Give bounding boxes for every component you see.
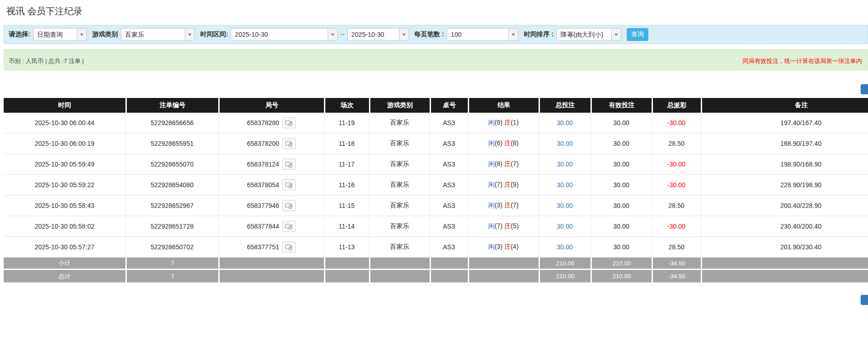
cell-round-id: 658377946 <box>218 195 324 216</box>
game-type-value: 百家乐 <box>121 29 185 40</box>
result-player-score: (8) <box>494 160 502 167</box>
table-row: 2025-10-30 05:59:22522928654080658378054… <box>4 175 868 195</box>
cell-session: 11-16 <box>324 175 369 195</box>
result-player: 闲 <box>488 222 494 230</box>
total-row: 总计7210.00210.00-34.50 <box>4 270 868 282</box>
result-player-score: (7) <box>494 181 502 188</box>
video-replay-button[interactable] <box>282 117 296 128</box>
total-bet-link[interactable]: 30.00 <box>556 202 573 209</box>
round-number: 658377844 <box>247 223 279 230</box>
cell-result: 闲(7) 庄(9) <box>468 175 539 195</box>
game-type-select[interactable]: 百家乐 <box>121 28 195 41</box>
total-bet-link[interactable]: 30.00 <box>556 119 573 126</box>
cell-time: 2025-10-30 06:00:19 <box>4 133 125 154</box>
cell-time: 2025-10-30 06:00:44 <box>4 113 125 133</box>
cell-table-id: AS3 <box>430 216 468 237</box>
total-cell-table-id <box>430 270 468 282</box>
video-camera-icon <box>285 182 293 189</box>
round-number: 658378280 <box>247 119 279 126</box>
cell-session: 11-15 <box>324 195 369 216</box>
search-button[interactable]: 查询 <box>627 28 648 41</box>
page-size-value: 100 <box>447 29 508 40</box>
page-size-select[interactable]: 100 <box>447 28 518 41</box>
video-replay-button[interactable] <box>282 200 296 211</box>
cell-total-bet: 30.00 <box>539 133 590 154</box>
cell-total-bet: 30.00 <box>539 216 590 237</box>
result-banker-score: (7) <box>511 201 518 209</box>
cell-table-id: AS3 <box>430 154 468 175</box>
currency-summary-text: 币别 : 人民币 | 总共 :7 注单 | <box>9 57 84 65</box>
video-replay-button[interactable] <box>282 221 296 232</box>
date-from-value: 2025-10-30 <box>231 29 328 40</box>
result-banker: 庄 <box>504 201 511 209</box>
header-row: 时间注单编号局号场次游戏类别桌号结果总投注有效投注总派彩备注 <box>4 98 868 113</box>
result-player-score: (9) <box>494 119 502 126</box>
sort-order-select[interactable]: 降幂(由大到小) <box>556 28 621 41</box>
result-player: 闲 <box>488 119 494 126</box>
cell-valid-bet: 30.00 <box>590 237 652 258</box>
total-bet-link[interactable]: 30.00 <box>556 181 573 189</box>
cell-payout: -30.00 <box>652 216 701 237</box>
filter-bar: 请选择: 日期查询 游戏类别 百家乐 时间区间: 2025-10-30 ~ 20… <box>4 25 868 44</box>
cell-payout: -30.00 <box>652 175 701 195</box>
subtotal-cell-label: 小计 <box>4 258 125 270</box>
subtotal-cell-round-id <box>218 258 324 270</box>
result-player: 闲 <box>488 201 494 209</box>
table-wrap: 时间注单编号局号场次游戏类别桌号结果总投注有效投注总派彩备注 2025-10-3… <box>4 98 868 282</box>
subtotal-cell-total-bet: 210.00 <box>539 258 590 270</box>
video-replay-button[interactable] <box>282 241 296 253</box>
cell-remark: 228.90/198.90 <box>701 175 868 195</box>
cell-round-id: 658378054 <box>218 175 324 195</box>
cell-total-bet: 30.00 <box>539 154 590 175</box>
filter-label-game-type: 游戏类别 <box>92 30 118 39</box>
video-replay-button[interactable] <box>282 138 296 149</box>
cell-total-bet: 30.00 <box>539 195 590 216</box>
result-banker: 庄 <box>504 160 511 167</box>
result-player-score: (3) <box>494 243 502 250</box>
cell-valid-bet: 30.00 <box>590 175 652 195</box>
date-to-input[interactable]: 2025-10-30 <box>347 28 409 41</box>
subtotal-cell-session <box>324 258 369 270</box>
result-banker-score: (1) <box>511 119 518 126</box>
chevron-down-icon <box>77 29 86 40</box>
cell-time: 2025-10-30 05:59:49 <box>4 154 125 175</box>
subtotal-cell-result <box>468 258 539 270</box>
cell-total-bet: 30.00 <box>539 113 590 133</box>
pagination-button-bottom[interactable] <box>861 295 868 305</box>
chevron-down-icon <box>508 29 518 40</box>
cell-payout: -30.00 <box>652 154 701 175</box>
total-bet-link[interactable]: 30.00 <box>556 243 573 251</box>
cell-payout: 28.50 <box>652 133 701 154</box>
total-cell-label: 总计 <box>4 270 125 282</box>
cell-total-bet: 30.00 <box>539 175 590 195</box>
currency-summary-bar: 币别 : 人民币 | 总共 :7 注单 | 同局有效投注，统一计算在该局第一张注… <box>4 49 868 70</box>
video-replay-button[interactable] <box>282 159 296 170</box>
chevron-down-icon <box>399 29 408 40</box>
bet-records-table: 时间注单编号局号场次游戏类别桌号结果总投注有效投注总派彩备注 2025-10-3… <box>4 98 868 282</box>
subtotal-cell-count: 7 <box>125 258 218 270</box>
cell-bet-id: 522928655951 <box>125 133 218 154</box>
validity-notice: 同局有效投注，统一计算在该局第一张注单内 <box>743 57 863 65</box>
total-cell-remark <box>701 270 868 282</box>
video-replay-button[interactable] <box>282 179 296 190</box>
cell-session: 11-19 <box>324 113 369 133</box>
total-bet-link[interactable]: 30.00 <box>556 161 573 168</box>
cell-result: 闲(7) 庄(5) <box>468 216 539 237</box>
filter-label-select: 请选择: <box>9 30 30 39</box>
cell-round-id: 658377844 <box>218 216 324 237</box>
total-bet-link[interactable]: 30.00 <box>556 223 573 230</box>
cell-bet-id: 522928655070 <box>125 154 218 175</box>
cell-payout: 28.50 <box>652 195 701 216</box>
pagination-button-top[interactable] <box>861 84 868 94</box>
cell-time: 2025-10-30 05:58:02 <box>4 216 125 237</box>
cell-remark: 198.90/168.90 <box>701 154 868 175</box>
result-banker: 庄 <box>504 222 511 230</box>
date-from-input[interactable]: 2025-10-30 <box>231 28 338 41</box>
result-player: 闲 <box>488 181 494 188</box>
filter-label-date-range: 时间区间: <box>200 30 228 39</box>
total-bet-link[interactable]: 30.00 <box>556 140 573 147</box>
cell-round-id: 658378280 <box>218 113 324 133</box>
cell-table-id: AS3 <box>430 175 468 195</box>
total-cell-valid-bet: 210.00 <box>590 270 652 282</box>
query-type-select[interactable]: 日期查询 <box>33 28 87 41</box>
